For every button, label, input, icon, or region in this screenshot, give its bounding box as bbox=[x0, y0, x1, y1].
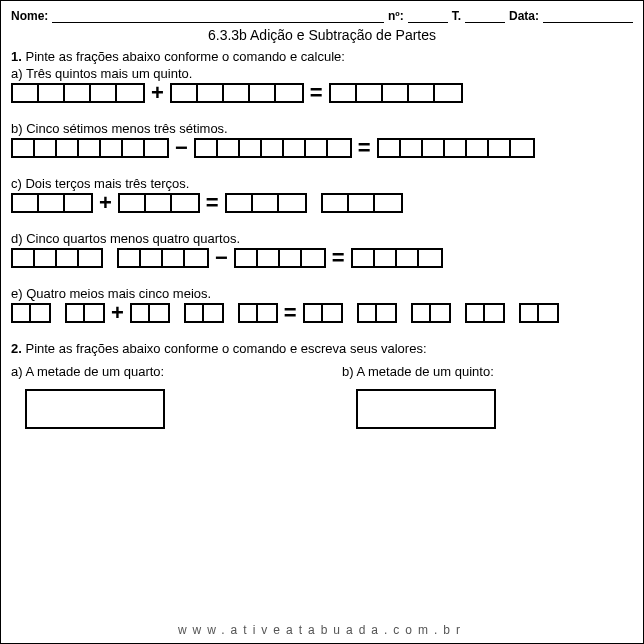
fraction-bar[interactable] bbox=[303, 303, 343, 323]
q1a-label: a) Três quintos mais um quinto. bbox=[11, 66, 633, 81]
t-label: T. bbox=[452, 9, 461, 23]
fraction-bar[interactable] bbox=[238, 303, 278, 323]
equals-operator: = bbox=[282, 303, 299, 323]
answer-box[interactable] bbox=[356, 389, 496, 429]
fraction-bar[interactable] bbox=[11, 138, 169, 158]
num-blank[interactable] bbox=[408, 9, 448, 23]
fraction-bar[interactable] bbox=[225, 193, 307, 213]
fraction-bar[interactable] bbox=[130, 303, 170, 323]
q2-instruction: 2. Pinte as frações abaixo conforme o co… bbox=[11, 341, 633, 356]
fraction-bar[interactable] bbox=[170, 83, 304, 103]
minus-operator: − bbox=[173, 138, 190, 158]
plus-operator: + bbox=[97, 193, 114, 213]
plus-operator: + bbox=[109, 303, 126, 323]
fraction-bar[interactable] bbox=[357, 303, 397, 323]
fraction-bar[interactable] bbox=[11, 303, 51, 323]
q2a-label: a) A metade de um quarto: bbox=[11, 364, 302, 379]
q2b-col: b) A metade de um quinto: bbox=[342, 362, 633, 429]
fraction-bar[interactable] bbox=[11, 193, 93, 213]
q1e-equation: + = bbox=[11, 303, 633, 323]
footer-url: www.ativeatabuada.com.br bbox=[1, 623, 643, 637]
name-label: Nome: bbox=[11, 9, 48, 23]
q1d-label: d) Cinco quartos menos quatro quartos. bbox=[11, 231, 633, 246]
q1c-label: c) Dois terços mais três terços. bbox=[11, 176, 633, 191]
fraction-bar[interactable] bbox=[65, 303, 105, 323]
q2-number: 2. bbox=[11, 341, 22, 356]
fraction-bar[interactable] bbox=[11, 83, 145, 103]
q2-text: Pinte as frações abaixo conforme o coman… bbox=[25, 341, 426, 356]
equals-operator: = bbox=[356, 138, 373, 158]
fraction-bar[interactable] bbox=[465, 303, 505, 323]
fraction-bar[interactable] bbox=[321, 193, 403, 213]
fraction-bar[interactable] bbox=[329, 83, 463, 103]
q1d-equation: − = bbox=[11, 248, 633, 268]
q1-instruction: 1. Pinte as frações abaixo conforme o co… bbox=[11, 49, 633, 64]
equals-operator: = bbox=[308, 83, 325, 103]
q2a-col: a) A metade de um quarto: bbox=[11, 362, 302, 429]
q1e-label: e) Quatro meios mais cinco meios. bbox=[11, 286, 633, 301]
fraction-bar[interactable] bbox=[411, 303, 451, 323]
fraction-bar[interactable] bbox=[351, 248, 443, 268]
q1c-equation: + = bbox=[11, 193, 633, 213]
fraction-bar[interactable] bbox=[377, 138, 535, 158]
q1b-equation: − = bbox=[11, 138, 633, 158]
fraction-bar[interactable] bbox=[194, 138, 352, 158]
num-label: nº: bbox=[388, 9, 404, 23]
date-blank[interactable] bbox=[543, 9, 633, 23]
fraction-bar[interactable] bbox=[118, 193, 200, 213]
q2b-label: b) A metade de um quinto: bbox=[342, 364, 633, 379]
q1a-equation: + = bbox=[11, 83, 633, 103]
worksheet-page: Nome: nº: T. Data: 6.3.3b Adição e Subtr… bbox=[0, 0, 644, 644]
name-blank[interactable] bbox=[52, 9, 384, 23]
q1-number: 1. bbox=[11, 49, 22, 64]
q2-row: a) A metade de um quarto: b) A metade de… bbox=[11, 362, 633, 429]
fraction-bar[interactable] bbox=[234, 248, 326, 268]
q1b-label: b) Cinco sétimos menos três sétimos. bbox=[11, 121, 633, 136]
answer-box[interactable] bbox=[25, 389, 165, 429]
t-blank[interactable] bbox=[465, 9, 505, 23]
fraction-bar[interactable] bbox=[519, 303, 559, 323]
equals-operator: = bbox=[204, 193, 221, 213]
equals-operator: = bbox=[330, 248, 347, 268]
page-title: 6.3.3b Adição e Subtração de Partes bbox=[11, 27, 633, 43]
fraction-bar[interactable] bbox=[11, 248, 103, 268]
q1-text: Pinte as frações abaixo conforme o coman… bbox=[25, 49, 344, 64]
date-label: Data: bbox=[509, 9, 539, 23]
header-row: Nome: nº: T. Data: bbox=[11, 9, 633, 23]
plus-operator: + bbox=[149, 83, 166, 103]
minus-operator: − bbox=[213, 248, 230, 268]
fraction-bar[interactable] bbox=[117, 248, 209, 268]
fraction-bar[interactable] bbox=[184, 303, 224, 323]
